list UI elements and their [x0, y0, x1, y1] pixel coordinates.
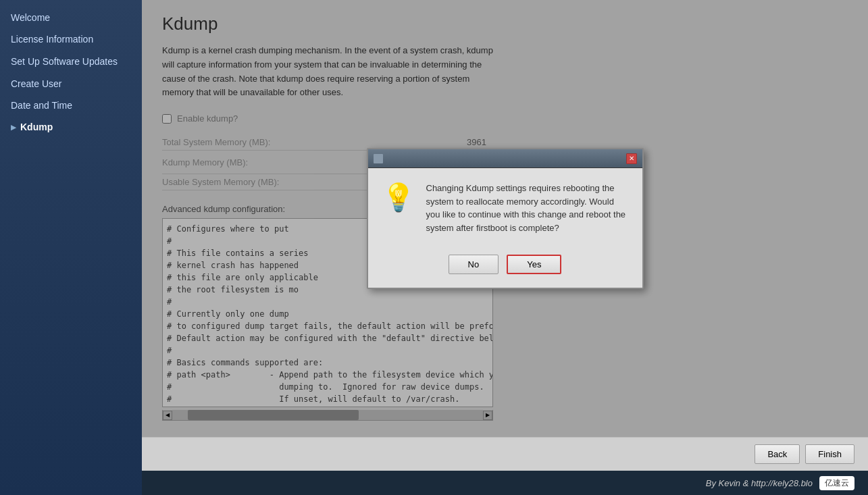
- finish-button[interactable]: Finish: [805, 444, 854, 464]
- footer-logo: 亿速云: [819, 476, 854, 490]
- modal-titlebar: ✕: [368, 149, 642, 168]
- arrow-icon: ▶: [11, 124, 16, 131]
- modal-no-button[interactable]: No: [449, 255, 499, 274]
- sidebar-item-label: Create User: [11, 78, 61, 89]
- sidebar-item-license[interactable]: License Information: [0, 28, 142, 50]
- sidebar-item-kdump[interactable]: ▶ Kdump: [0, 116, 142, 138]
- modal-close-button[interactable]: ✕: [626, 153, 637, 164]
- sidebar-item-label: License Information: [11, 34, 93, 45]
- content-area: Kdump Kdump is a kernel crash dumping me…: [142, 0, 868, 437]
- modal-buttons: No Yes: [368, 248, 642, 288]
- footer-text: By Kevin & http://kely28.blo: [706, 478, 813, 488]
- modal-message: Changing Kdump settings requires rebooti…: [426, 182, 629, 234]
- bottom-bar: Back Finish: [142, 437, 868, 471]
- modal-body: 💡 Changing Kdump settings requires reboo…: [368, 168, 642, 248]
- modal-overlay: ✕ 💡 Changing Kdump settings requires reb…: [142, 0, 868, 437]
- footer-bar: By Kevin & http://kely28.blo 亿速云: [142, 471, 868, 495]
- lightbulb-icon: 💡: [382, 182, 415, 213]
- sidebar-item-label: Kdump: [20, 122, 53, 132]
- sidebar-item-welcome[interactable]: Welcome: [0, 7, 142, 28]
- modal-yes-button[interactable]: Yes: [507, 255, 561, 274]
- sidebar: Welcome License Information Set Up Softw…: [0, 0, 142, 495]
- sidebar-item-date-time[interactable]: Date and Time: [0, 95, 142, 116]
- sidebar-item-software-updates[interactable]: Set Up Software Updates: [0, 50, 142, 73]
- back-button[interactable]: Back: [755, 444, 800, 464]
- sidebar-item-label: Set Up Software Updates: [11, 55, 118, 68]
- modal-dialog: ✕ 💡 Changing Kdump settings requires reb…: [367, 148, 644, 289]
- sidebar-item-create-user[interactable]: Create User: [0, 73, 142, 95]
- sidebar-item-label: Welcome: [11, 12, 50, 23]
- sidebar-item-label: Date and Time: [11, 100, 72, 111]
- modal-title-icon: [374, 154, 383, 163]
